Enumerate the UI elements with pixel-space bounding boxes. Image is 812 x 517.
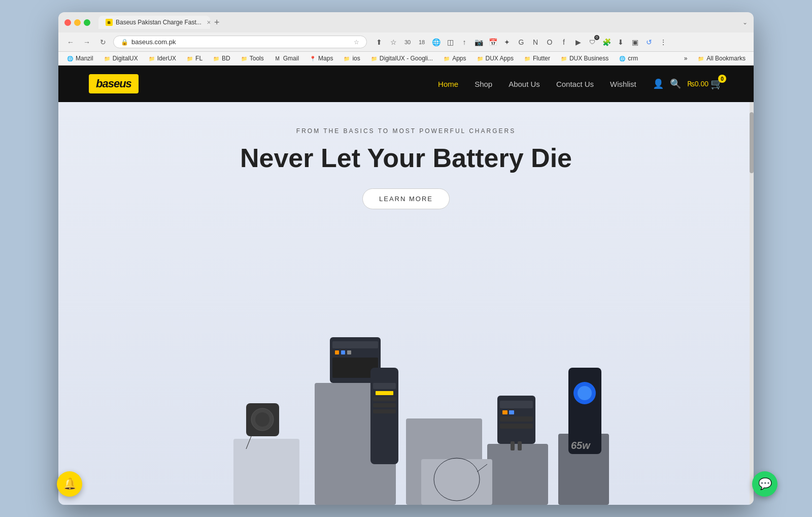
hero-subtitle: FROM THE BASICS TO MOST POWERFUL CHARGER…: [296, 127, 516, 135]
bookmark-bd[interactable]: 📁 BD: [211, 54, 232, 63]
nav-contact[interactable]: Contact Us: [556, 80, 594, 88]
hero-section: FROM THE BASICS TO MOST POWERFUL CHARGER…: [58, 102, 754, 505]
new-tab-button[interactable]: +: [210, 17, 224, 28]
svg-rect-0: [233, 439, 299, 505]
shield-icon[interactable]: 🛡0: [586, 36, 598, 48]
refresh-button[interactable]: ↻: [97, 36, 109, 48]
tab-favicon: B: [106, 19, 113, 26]
whatsapp-icon: 💬: [758, 477, 772, 491]
nav-about[interactable]: About Us: [509, 80, 540, 88]
bookmark-ios[interactable]: 📁 ios: [341, 54, 362, 63]
download-icon[interactable]: ⬇: [615, 36, 627, 48]
history-icon[interactable]: 30: [401, 36, 414, 48]
window-controls-right[interactable]: ⌄: [742, 19, 748, 26]
folder-icon: 📁: [343, 55, 350, 62]
folder-icon: 📁: [186, 55, 193, 62]
product-illustration: 65w: [152, 292, 660, 505]
website-content: baseus Home Shop About Us Contact Us Wis…: [58, 66, 754, 505]
bookmark-all[interactable]: 📁 All Bookmarks: [695, 54, 748, 63]
bookmark-tools[interactable]: 📁 Tools: [239, 54, 266, 63]
bookmark-fl[interactable]: 📁 FL: [184, 54, 205, 63]
user-icon[interactable]: 👤: [653, 78, 664, 89]
bookmark-crm[interactable]: 🌐 crm: [617, 54, 640, 63]
star-icon[interactable]: ☆: [354, 39, 359, 46]
more-icon[interactable]: ⋮: [657, 36, 669, 48]
close-button[interactable]: [64, 19, 71, 26]
folder-icon: 📁: [241, 55, 248, 62]
layout-icon[interactable]: ▣: [629, 36, 641, 48]
calendar-icon[interactable]: 📅: [487, 36, 499, 48]
svg-rect-24: [502, 410, 507, 414]
site-nav: Home Shop About Us Contact Us Wishlist: [438, 80, 636, 88]
svg-rect-16: [370, 368, 398, 464]
bookmark-label: ios: [352, 55, 360, 62]
bookmark-icon[interactable]: ☆: [387, 36, 399, 48]
star2-icon[interactable]: ✦: [501, 36, 513, 48]
whatsapp-widget[interactable]: 💬: [752, 471, 777, 497]
bookmark-label: DUX Business: [569, 55, 608, 62]
folder-icon: 📁: [148, 55, 155, 62]
analytics-icon[interactable]: G: [515, 36, 527, 48]
maximize-button[interactable]: [84, 19, 90, 26]
bookmark-digitalux2[interactable]: 📁 DigitalUX - Googli...: [368, 54, 435, 63]
svg-point-14: [255, 412, 269, 427]
nav-shop[interactable]: Shop: [475, 80, 492, 88]
ad-icon[interactable]: O: [544, 36, 556, 48]
upload-icon[interactable]: ↑: [458, 36, 470, 48]
svg-rect-21: [373, 409, 396, 413]
svg-rect-8: [335, 350, 339, 354]
more-bookmarks-icon: »: [684, 55, 688, 62]
site-header: baseus Home Shop About Us Contact Us Wis…: [58, 66, 754, 102]
sidebar-icon[interactable]: ◫: [444, 36, 456, 48]
bookmark-iderux[interactable]: 📁 IderUX: [146, 54, 178, 63]
page-scrollbar[interactable]: [750, 102, 754, 505]
bookmark-dux-business[interactable]: 📁 DUX Business: [558, 54, 611, 63]
puzzle-icon[interactable]: 🧩: [600, 36, 613, 48]
folder-icon: 📁: [370, 55, 378, 62]
notification-widget[interactable]: 🔔: [57, 471, 82, 497]
video-icon[interactable]: ▶: [572, 36, 584, 48]
cart-price: ₨0.00: [687, 80, 708, 88]
svg-rect-18: [376, 391, 393, 395]
minimize-button[interactable]: [74, 19, 81, 26]
share-icon[interactable]: ⬆: [373, 36, 385, 48]
bookmark-maps[interactable]: 📍 Maps: [307, 54, 335, 63]
title-bar: B Baseus Pakistan Charge Fast... ✕ + ⌄: [58, 12, 754, 33]
vpn-icon[interactable]: N: [529, 36, 542, 48]
learn-more-button[interactable]: LEARN MORE: [362, 188, 450, 209]
scrollbar-thumb[interactable]: [750, 112, 754, 173]
bookmark-label: Maps: [318, 55, 333, 62]
bookmark-apps[interactable]: 📁 Apps: [441, 54, 468, 63]
sync-icon[interactable]: ↺: [643, 36, 655, 48]
site-logo[interactable]: baseus: [89, 74, 139, 93]
camera-icon[interactable]: 📷: [472, 36, 485, 48]
bookmark-label: FL: [195, 55, 202, 62]
bookmark-label: DigitalUX - Googli...: [380, 55, 433, 62]
bookmark-dux-apps[interactable]: 📁 DUX Apps: [475, 54, 516, 63]
bookmark-gmail[interactable]: M Gmail: [272, 54, 301, 63]
tab-close-icon[interactable]: ✕: [207, 19, 210, 26]
address-bar[interactable]: 🔒 baseus.com.pk ☆: [113, 36, 367, 48]
notification-icon: 🔔: [63, 477, 77, 491]
bookmark-more[interactable]: »: [682, 54, 690, 63]
active-tab[interactable]: B Baseus Pakistan Charge Fast... ✕: [98, 16, 210, 29]
forward-button[interactable]: →: [81, 36, 93, 48]
lock-icon: 🔒: [121, 39, 128, 46]
nav-wishlist[interactable]: Wishlist: [610, 80, 636, 88]
bookmark-flutter[interactable]: 📁 Flutter: [522, 54, 552, 63]
tab-count-icon[interactable]: 18: [416, 36, 428, 48]
svg-rect-28: [511, 441, 515, 450]
svg-rect-25: [509, 410, 514, 414]
bookmark-label: DUX Apps: [486, 55, 514, 62]
cart-count-badge: 0: [718, 75, 726, 83]
font-icon[interactable]: f: [558, 36, 570, 48]
search-icon[interactable]: 🔍: [670, 78, 681, 89]
globe-icon[interactable]: 🌐: [430, 36, 442, 48]
nav-home[interactable]: Home: [438, 80, 458, 88]
back-button[interactable]: ←: [64, 36, 77, 48]
bookmark-digitalux[interactable]: 📁 DigitalUX: [101, 54, 140, 63]
bookmarks-bar: 🌐 Manzil 📁 DigitalUX 📁 IderUX 📁 FL 📁 BD …: [58, 52, 754, 66]
bookmark-manzil[interactable]: 🌐 Manzil: [64, 54, 95, 63]
cart-wrapper[interactable]: ₨0.00 🛒 0: [687, 78, 723, 90]
svg-rect-17: [373, 383, 396, 389]
